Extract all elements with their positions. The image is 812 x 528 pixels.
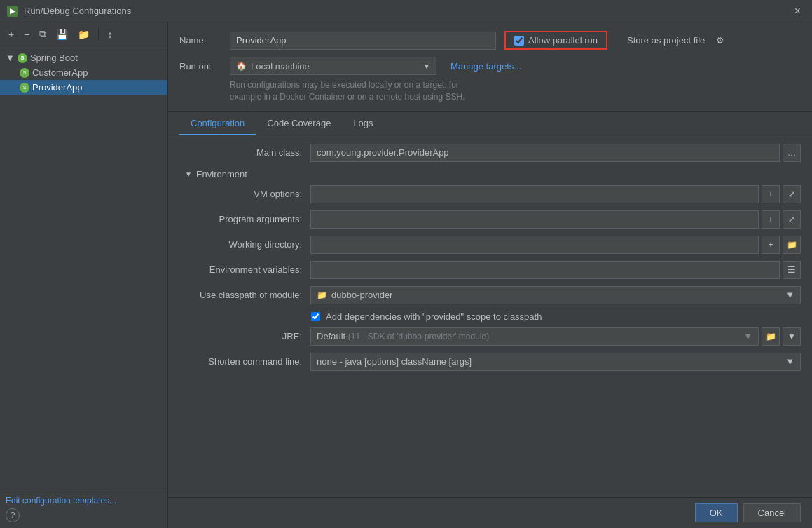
house-icon: 🏠	[236, 61, 247, 71]
folder-button[interactable]: 📁	[75, 27, 92, 41]
program-args-add-button[interactable]: +	[762, 210, 780, 229]
add-config-button[interactable]: +	[6, 27, 17, 41]
tab-code-coverage[interactable]: Code Coverage	[256, 112, 342, 135]
env-vars-label: Environment variables:	[179, 264, 302, 275]
run-on-label: Run on:	[179, 61, 221, 72]
program-args-expand-button[interactable]: ⤢	[783, 210, 801, 229]
jre-default: Default	[317, 331, 345, 341]
jre-label: JRE:	[179, 331, 302, 341]
help-icon[interactable]: ?	[6, 508, 20, 522]
environment-section-header: ▼ Environment	[179, 169, 801, 180]
run-on-row: Run on: 🏠 Local machine ▼ Manage targets…	[179, 57, 801, 75]
store-label: Store as project file	[627, 35, 705, 46]
customer-app-icon: S	[20, 68, 29, 78]
vm-options-input[interactable]	[310, 185, 759, 203]
sidebar-item-customer-app[interactable]: S CustomerApp	[0, 65, 167, 80]
config-body: Main class: … ▼ Environment VM options:	[168, 135, 812, 497]
add-deps-row: Add dependencies with "provided" scope t…	[179, 311, 801, 322]
manage-targets-link[interactable]: Manage targets...	[450, 61, 521, 72]
main-class-row: Main class: …	[179, 144, 801, 162]
cancel-button[interactable]: Cancel	[743, 503, 801, 522]
module-dropdown[interactable]: 📁 dubbo-provider ▼	[310, 286, 801, 304]
shorten-row: Shorten command line: none - java [optio…	[179, 353, 801, 371]
add-deps-checkbox[interactable]	[311, 312, 320, 321]
working-dir-browse-button[interactable]: 📁	[783, 236, 801, 254]
vm-options-label: VM options:	[179, 189, 302, 199]
sidebar: + − ⧉ 💾 📁 ↕ ▼ S Spring Boot S Cu	[0, 22, 168, 528]
vm-options-expand-button[interactable]: ⤢	[783, 185, 801, 203]
sidebar-item-provider-app[interactable]: S ProviderApp	[0, 80, 167, 95]
module-dropdown-content: 📁 dubbo-provider	[317, 290, 392, 300]
jre-dropdown[interactable]: Default (11 - SDK of 'dubbo-provider' mo…	[310, 327, 759, 346]
program-args-label: Program arguments:	[179, 214, 302, 224]
program-args-input-group: + ⤢	[310, 210, 801, 229]
name-row: Name: Allow parallel run Store as projec…	[179, 31, 801, 50]
tabs-bar: Configuration Code Coverage Logs	[168, 112, 812, 135]
program-args-row: Program arguments: + ⤢	[179, 210, 801, 229]
module-label: Use classpath of module:	[179, 290, 302, 300]
main-content: + − ⧉ 💾 📁 ↕ ▼ S Spring Boot S Cu	[0, 22, 812, 528]
run-debug-dialog: ▶ Run/Debug Configurations × + − ⧉ 💾 📁 ↕…	[0, 0, 812, 528]
tab-logs[interactable]: Logs	[342, 112, 384, 135]
remove-config-button[interactable]: −	[21, 27, 32, 41]
edit-templates-link[interactable]: Edit configuration templates...	[6, 496, 116, 506]
module-folder-icon: 📁	[317, 290, 327, 300]
environment-arrow-icon[interactable]: ▼	[185, 170, 192, 178]
save-config-button[interactable]: 💾	[53, 27, 71, 41]
vm-options-add-button[interactable]: +	[762, 185, 780, 203]
spring-boot-group-header[interactable]: ▼ S Spring Boot	[0, 50, 167, 65]
program-args-input[interactable]	[310, 210, 759, 229]
close-button[interactable]: ×	[790, 4, 805, 19]
spring-boot-icon: S	[18, 53, 27, 63]
working-dir-input[interactable]	[310, 236, 759, 254]
toolbar-separator	[98, 28, 99, 41]
provider-app-label: ProviderApp	[32, 82, 83, 93]
parallel-run-box: Allow parallel run	[504, 31, 607, 50]
allow-parallel-checkbox[interactable]	[514, 36, 524, 46]
target-dropdown[interactable]: 🏠 Local machine ▼	[230, 57, 436, 75]
target-dropdown-text: 🏠 Local machine	[236, 61, 310, 72]
sidebar-footer: Edit configuration templates... ?	[0, 489, 167, 528]
jre-row: JRE: Default (11 - SDK of 'dubbo-provide…	[179, 327, 801, 346]
app-icon: ▶	[7, 6, 18, 17]
gear-icon[interactable]: ⚙	[716, 35, 724, 46]
tab-configuration[interactable]: Configuration	[179, 112, 256, 135]
name-input[interactable]	[230, 32, 496, 50]
env-vars-edit-button[interactable]: ☰	[783, 261, 801, 279]
customer-app-label: CustomerApp	[32, 67, 88, 78]
env-vars-row: Environment variables: ☰	[179, 261, 801, 279]
jre-input-group: Default (11 - SDK of 'dubbo-provider' mo…	[310, 327, 801, 346]
copy-config-button[interactable]: ⧉	[36, 27, 49, 41]
jre-expand-button[interactable]: ▼	[783, 327, 801, 346]
vm-options-input-group: + ⤢	[310, 185, 801, 203]
vm-options-row: VM options: + ⤢	[179, 185, 801, 203]
sidebar-toolbar: + − ⧉ 💾 📁 ↕	[0, 22, 167, 46]
main-class-input-group: …	[310, 144, 801, 162]
spring-boot-group: ▼ S Spring Boot S CustomerApp S Provider…	[0, 49, 167, 96]
jre-dropdown-arrow-icon: ▼	[743, 331, 752, 341]
dialog-title: Run/Debug Configurations	[24, 6, 131, 16]
env-vars-input-group: ☰	[310, 261, 801, 279]
sort-button[interactable]: ↕	[104, 27, 115, 41]
working-dir-row: Working directory: + 📁	[179, 236, 801, 254]
right-panel: Name: Allow parallel run Store as projec…	[168, 22, 812, 528]
shorten-dropdown[interactable]: none - java [options] className [args] ▼	[310, 353, 801, 371]
group-arrow-icon: ▼	[6, 53, 15, 63]
sidebar-tree: ▼ S Spring Boot S CustomerApp S Provider…	[0, 46, 167, 489]
shorten-dropdown-arrow-icon: ▼	[785, 356, 794, 367]
run-description: Run configurations may be executed local…	[230, 79, 580, 103]
env-vars-input[interactable]	[310, 261, 780, 279]
target-label: Local machine	[251, 61, 310, 72]
working-dir-input-group: + 📁	[310, 236, 801, 254]
working-dir-label: Working directory:	[179, 239, 302, 250]
config-header: Name: Allow parallel run Store as projec…	[168, 22, 812, 112]
titlebar: ▶ Run/Debug Configurations ×	[0, 0, 812, 22]
main-class-browse-button[interactable]: …	[783, 144, 801, 162]
working-dir-add-button[interactable]: +	[762, 236, 780, 254]
main-class-input[interactable]	[310, 144, 780, 162]
shorten-label: Shorten command line:	[179, 356, 302, 367]
jre-browse-button[interactable]: 📁	[762, 327, 780, 346]
dialog-footer: OK Cancel	[168, 497, 812, 528]
ok-button[interactable]: OK	[695, 503, 738, 522]
environment-label: Environment	[196, 169, 247, 180]
